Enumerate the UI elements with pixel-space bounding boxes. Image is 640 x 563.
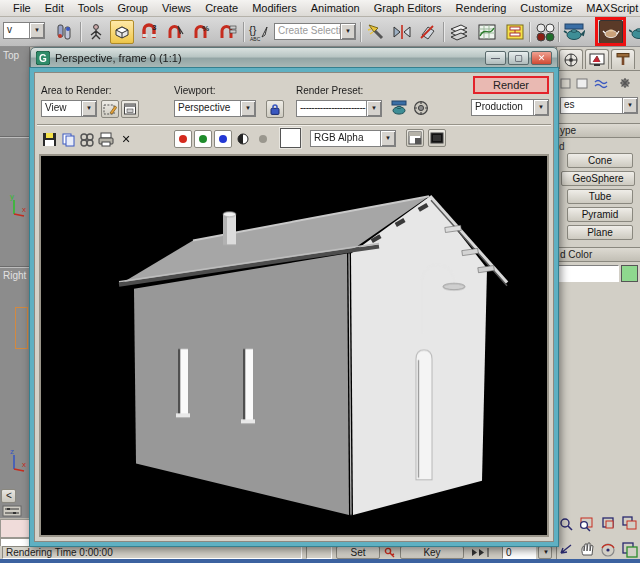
maxscript-mini-listener-pink[interactable]	[0, 519, 30, 538]
snap-percent-icon[interactable]: %	[190, 20, 214, 44]
clear-image-icon[interactable]: ✕	[117, 130, 135, 148]
snap-angle-icon[interactable]	[164, 20, 188, 44]
alpha-channel-button[interactable]	[254, 130, 272, 148]
maximize-viewport-toggle-icon[interactable]	[623, 543, 637, 557]
object-type-rollout-header[interactable]: ype	[545, 123, 640, 138]
set-key-button[interactable]: Set Key	[336, 546, 380, 559]
curve-editor-icon[interactable]	[475, 20, 499, 44]
key-filters-button[interactable]: Key Filters...	[400, 546, 464, 559]
menu-maxscript[interactable]: MAXScript	[579, 1, 640, 15]
menu-rendering[interactable]: Rendering	[449, 1, 514, 15]
render-mode-dropdown[interactable]: Production ▼	[471, 99, 549, 116]
red-channel-button[interactable]	[174, 130, 192, 148]
schematic-view-icon[interactable]	[503, 20, 527, 44]
menu-modifiers[interactable]: Modifiers	[245, 1, 304, 15]
viewport-dropdown[interactable]: Perspective ▼	[174, 100, 256, 117]
render-setup-icon[interactable]	[562, 20, 586, 44]
render-setup-dialog-icon[interactable]	[390, 99, 408, 117]
chevron-down-icon[interactable]: ▼	[240, 101, 255, 116]
category-space-warps-icon[interactable]	[595, 81, 607, 88]
menu-views[interactable]: Views	[155, 1, 198, 15]
menu-edit[interactable]: Edit	[38, 1, 71, 15]
auto-region-selected-button[interactable]	[121, 100, 139, 118]
arc-rotate-icon[interactable]	[602, 544, 614, 556]
environment-dialog-icon[interactable]	[412, 99, 430, 117]
button-tube[interactable]: Tube	[567, 189, 633, 204]
viewport-label-right[interactable]: Right	[3, 270, 26, 281]
monochrome-button[interactable]	[234, 130, 252, 148]
render-preset-dropdown[interactable]: ----------------------- ▼	[296, 100, 382, 117]
area-to-render-dropdown[interactable]: View ▼	[41, 100, 97, 117]
tab-utilities[interactable]	[611, 49, 635, 69]
edit-region-button[interactable]	[101, 100, 119, 118]
unlink-selection-icon[interactable]	[84, 20, 108, 44]
chevron-down-icon[interactable]: ▼	[29, 23, 44, 38]
layer-display-button[interactable]	[406, 129, 424, 147]
category-icon-partial[interactable]	[561, 79, 570, 88]
frame-spinner[interactable]: ▼	[538, 546, 552, 559]
zoom-icon[interactable]	[561, 519, 572, 530]
current-frame-field[interactable]: 0	[502, 546, 536, 559]
chevron-down-icon[interactable]: ▼	[340, 24, 355, 39]
save-image-icon[interactable]	[40, 130, 58, 148]
menu-customize[interactable]: Customize	[513, 1, 579, 15]
snap-spinner-icon[interactable]	[216, 20, 240, 44]
render-production-icon[interactable]	[627, 20, 640, 44]
maximize-button[interactable]: ▢	[508, 51, 529, 65]
button-plane[interactable]: Plane	[567, 225, 633, 240]
chevron-down-icon[interactable]: ▼	[366, 101, 381, 116]
category-cameras-icon[interactable]	[577, 79, 587, 88]
copy-image-icon[interactable]	[59, 130, 77, 148]
name-color-rollout-header[interactable]: d Color	[545, 247, 640, 262]
snap-toggle-3d-icon[interactable]: 3	[138, 20, 162, 44]
tab-motion[interactable]	[559, 49, 583, 69]
blue-channel-button[interactable]	[214, 130, 232, 148]
menu-graph-editors[interactable]: Graph Editors	[367, 1, 449, 15]
time-slider-left-arrow[interactable]: <	[1, 489, 16, 503]
viewport-label-top[interactable]: Top	[3, 50, 19, 61]
select-object-icon[interactable]	[110, 20, 134, 44]
print-image-icon[interactable]	[97, 130, 115, 148]
align-icon[interactable]	[416, 20, 440, 44]
selection-filter-dropdown[interactable]: v ▼	[3, 22, 45, 39]
lock-viewport-button[interactable]	[266, 100, 284, 118]
channel-display-dropdown[interactable]: RGB Alpha ▼	[310, 130, 396, 147]
zoom-extents-all-icon[interactable]	[623, 517, 636, 529]
render-canvas[interactable]	[39, 154, 549, 537]
chevron-down-icon[interactable]: ▼	[380, 131, 395, 146]
minimize-button[interactable]: —	[485, 51, 506, 65]
object-color-swatch[interactable]	[621, 265, 638, 282]
close-button[interactable]: ✕	[531, 51, 552, 65]
material-editor-icon[interactable]	[533, 20, 557, 44]
zoom-extents-icon[interactable]	[603, 518, 613, 528]
select-by-name-icon[interactable]	[364, 20, 388, 44]
green-channel-button[interactable]	[194, 130, 212, 148]
color-correction-button[interactable]	[428, 129, 446, 147]
mini-trackbar-icon[interactable]	[2, 505, 22, 517]
button-cone[interactable]: Cone	[567, 153, 633, 168]
named-selection-sets-icon[interactable]: {}ABC	[247, 20, 271, 44]
primitives-category-dropdown[interactable]: es ▼	[560, 97, 638, 114]
chevron-down-icon[interactable]: ▼	[622, 98, 637, 113]
zoom-region-icon[interactable]	[561, 545, 571, 553]
button-pyramid[interactable]: Pyramid	[567, 207, 633, 222]
clone-rendered-frame-icon[interactable]	[78, 130, 96, 148]
background-color-swatch[interactable]	[280, 128, 301, 148]
pan-hand-icon[interactable]	[582, 543, 593, 555]
button-geosphere[interactable]: GeoSphere	[561, 171, 635, 186]
menu-file[interactable]: File	[6, 1, 38, 15]
chevron-down-icon[interactable]: ▼	[533, 100, 548, 115]
chevron-down-icon[interactable]: ▼	[81, 101, 96, 116]
menu-create[interactable]: Create	[198, 1, 245, 15]
rfw-title-bar[interactable]: G Perspective, frame 0 (1:1) — ▢ ✕	[30, 47, 558, 68]
tab-display[interactable]	[585, 49, 609, 69]
category-systems-icon[interactable]	[620, 78, 630, 88]
mirror-icon[interactable]	[390, 20, 414, 44]
zoom-all-icon[interactable]	[581, 518, 592, 531]
render-button[interactable]: Render	[473, 76, 549, 94]
layer-manager-icon[interactable]	[447, 20, 471, 44]
create-selection-set-dropdown[interactable]: Create Selection Set ▼	[274, 23, 356, 40]
select-and-link-icon[interactable]	[52, 20, 76, 44]
menu-animation[interactable]: Animation	[304, 1, 367, 15]
menu-group[interactable]: Group	[110, 1, 155, 15]
